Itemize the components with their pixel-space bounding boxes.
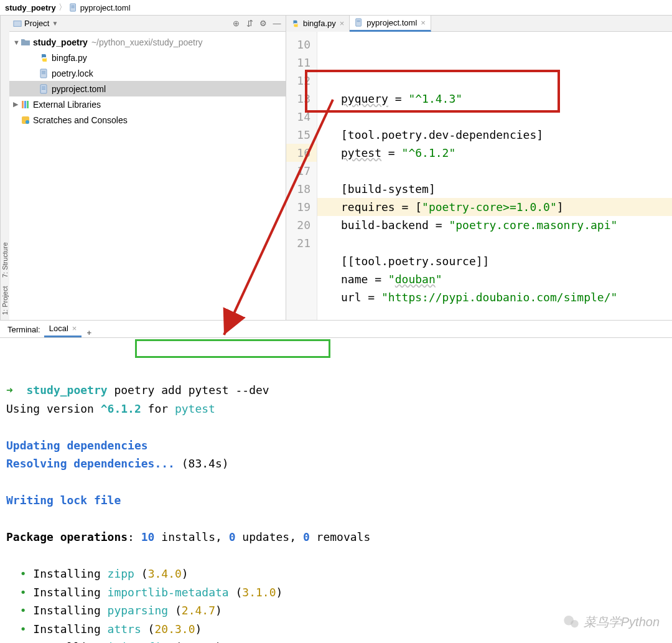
project-icon <box>13 19 22 28</box>
watermark-text: 菜鸟学Python <box>584 614 660 631</box>
terminal-tab-local[interactable]: Local × <box>44 321 82 337</box>
svg-point-17 <box>26 120 29 124</box>
chevron-right-icon[interactable]: ▶ <box>13 100 21 108</box>
line-number: 17 <box>286 162 310 180</box>
svg-rect-15 <box>27 101 29 108</box>
editor-tab-pyproject-toml[interactable]: pyproject.toml× <box>350 16 431 32</box>
svg-rect-11 <box>42 88 45 88</box>
close-icon[interactable]: × <box>421 18 426 27</box>
tree-item-label: pyproject.toml <box>52 84 106 94</box>
svg-rect-4 <box>14 21 21 26</box>
breadcrumb-root[interactable]: study_poetry <box>5 3 56 12</box>
terminal-line: • Installing iniconfig (1.1.1) <box>6 638 666 643</box>
code-line: build-backend = "poetry.core.masonry.api… <box>341 216 672 234</box>
terminal-line: • Installing importlib-metadata (3.1.0) <box>6 583 666 602</box>
tab-label: bingfa.py <box>303 19 336 28</box>
folder-icon <box>21 37 30 47</box>
line-number: 19 <box>286 198 310 216</box>
svg-rect-1 <box>71 6 74 6</box>
tree-root-path: ~/python_xuexi/study_poetry <box>91 37 203 47</box>
line-number: 15 <box>286 126 310 144</box>
close-icon[interactable]: × <box>72 324 77 333</box>
file-icon <box>39 68 49 78</box>
chevron-down-icon[interactable]: ▼ <box>52 20 58 27</box>
project-title[interactable]: Project <box>24 19 49 28</box>
code-line: url = "https://pypi.doubanio.com/simple/… <box>341 288 672 306</box>
terminal-line: • Installing zipp (3.4.0) <box>6 565 666 583</box>
code-line <box>341 108 672 126</box>
watermark: 菜鸟学Python <box>562 613 660 631</box>
terminal-line: Updating dependencies <box>6 436 666 455</box>
tree-item-poetry-lock[interactable]: poetry.lock <box>9 65 286 81</box>
svg-rect-20 <box>357 21 360 22</box>
terminal-line <box>6 473 666 492</box>
file-icon <box>355 18 363 27</box>
scratches-icon <box>21 115 30 125</box>
editor-tab-bingfa-py[interactable]: bingfa.py× <box>286 16 350 32</box>
tree-root-name: study_poetry <box>33 37 88 47</box>
editor-code[interactable]: pyquery = "^1.4.3" [tool.poetry.dev-depe… <box>317 32 672 320</box>
svg-rect-13 <box>22 101 24 108</box>
tree-item-label: poetry.lock <box>52 68 93 78</box>
code-line: [tool.poetry.dev-dependencies] <box>341 126 672 144</box>
svg-rect-18 <box>356 19 362 26</box>
terminal[interactable]: ➜ study_poetry poetry add pytest --devUs… <box>0 338 672 643</box>
editor-gutter: 101112131415161718192021 <box>286 32 317 320</box>
terminal-line: Writing lock file <box>6 491 666 510</box>
terminal-line <box>6 418 666 436</box>
tree-scratches[interactable]: Scratches and Consoles <box>9 112 286 128</box>
svg-point-23 <box>571 620 578 627</box>
editor-pane: bingfa.py×pyproject.toml× 10111213141516… <box>286 16 672 320</box>
svg-rect-10 <box>42 87 45 87</box>
project-header: Project ▼ ⊕ ⇵ ⚙ — <box>9 16 286 32</box>
line-number: 13 <box>286 90 310 108</box>
rail-project[interactable]: 1: Project <box>1 286 9 315</box>
code-line: requires = ["poetry-core>=1.0.0"] <box>317 198 672 216</box>
line-number: 14 <box>286 108 310 126</box>
close-icon[interactable]: × <box>340 19 345 28</box>
chevron-down-icon[interactable]: ▼ <box>13 39 21 46</box>
file-icon <box>39 84 49 94</box>
terminal-line <box>6 547 666 565</box>
code-line: pyquery = "^1.4.3" <box>341 90 672 108</box>
line-number: 10 <box>286 35 310 54</box>
svg-rect-14 <box>24 101 26 108</box>
tree-item-bingfa-py[interactable]: bingfa.py <box>9 50 286 65</box>
line-number: 18 <box>286 180 310 198</box>
breadcrumb-separator-icon: 〉 <box>58 2 67 13</box>
terminal-line <box>6 510 666 528</box>
left-rail: 1: Project 7: Structure <box>0 16 9 320</box>
terminal-tab-label: Local <box>49 324 68 333</box>
terminal-prompt-line: ➜ study_poetry poetry add pytest --dev <box>6 381 666 400</box>
code-line <box>341 234 672 252</box>
tree-root[interactable]: ▼ study_poetry ~/python_xuexi/study_poet… <box>9 34 286 50</box>
breadcrumb: study_poetry 〉 pyproject.toml <box>0 0 672 16</box>
gear-icon[interactable]: ⚙ <box>258 19 268 29</box>
rail-structure[interactable]: 7: Structure <box>1 242 9 278</box>
svg-rect-19 <box>357 21 360 21</box>
code-line: pytest = "^6.1.2" <box>341 144 672 162</box>
terminal-new-tab-button[interactable]: + <box>82 328 96 337</box>
tab-label: pyproject.toml <box>366 18 417 27</box>
terminal-tab-bar: Terminal: Local × + <box>0 321 672 338</box>
terminal-line: Package operations: 10 installs, 0 updat… <box>6 528 666 547</box>
tree-item-pyproject-toml[interactable]: pyproject.toml <box>9 81 286 96</box>
code-line: name = "douban" <box>341 270 672 288</box>
project-pane: Project ▼ ⊕ ⇵ ⚙ — ▼ study_poetry ~/pytho… <box>9 16 286 320</box>
svg-rect-7 <box>42 72 45 73</box>
tree-scratches-label: Scratches and Consoles <box>33 115 128 125</box>
code-line: [build-system] <box>341 180 672 198</box>
tree-external-libraries[interactable]: ▶ External Libraries <box>9 96 286 112</box>
collapse-all-icon[interactable]: ⇵ <box>245 19 254 29</box>
terminal-line: Using version ^6.1.2 for pytest <box>6 400 666 418</box>
line-number: 20 <box>286 216 310 234</box>
locate-icon[interactable]: ⊕ <box>231 19 241 29</box>
code-line <box>341 162 672 180</box>
tree-item-label: bingfa.py <box>52 53 87 63</box>
hide-icon[interactable]: — <box>272 19 282 29</box>
svg-rect-6 <box>42 71 45 72</box>
svg-rect-12 <box>42 89 45 90</box>
breadcrumb-file[interactable]: pyproject.toml <box>80 3 131 12</box>
code-line: [[tool.poetry.source]] <box>341 252 672 270</box>
terminal-label: Terminal: <box>4 321 44 337</box>
